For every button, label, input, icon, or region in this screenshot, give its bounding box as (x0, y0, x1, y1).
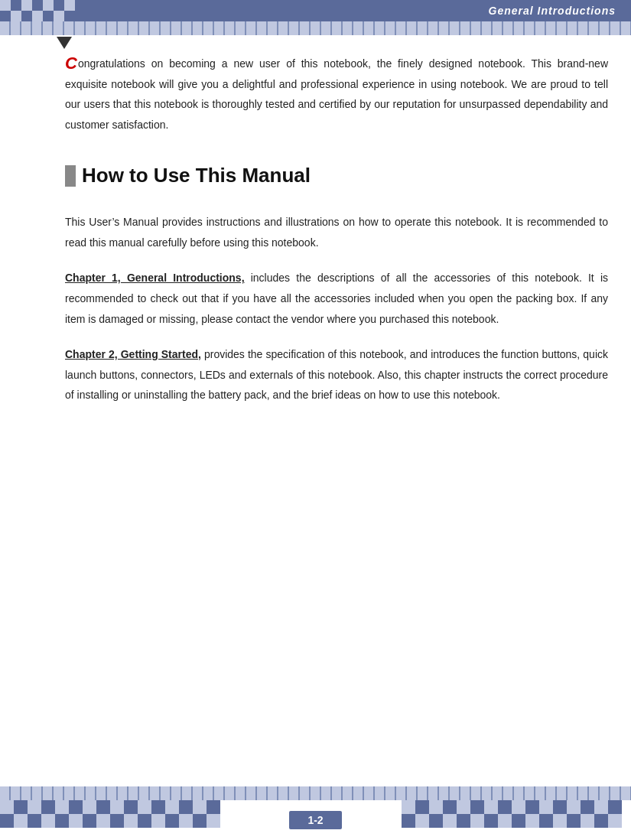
page-number: 1-2 (289, 811, 341, 829)
header-bar: General Introductions (0, 0, 631, 21)
chapter2-paragraph: Chapter 2, Getting Started, provides the… (65, 344, 608, 405)
body-intro-paragraph: This User’s Manual provides instructions… (65, 212, 608, 252)
intro-paragraph: Congratulations on becoming a new user o… (65, 54, 608, 135)
section-heading: How to Use This Manual (65, 158, 608, 194)
page-number-bar: 1-2 (0, 800, 631, 840)
drop-cap: C (65, 55, 77, 72)
chapter1-ref: Chapter 1, General Introductions, (65, 272, 245, 284)
header-title: General Introductions (489, 5, 616, 17)
chapter2-ref: Chapter 2, Getting Started, (65, 348, 201, 360)
chapter1-paragraph: Chapter 1, General Introductions, includ… (65, 268, 608, 329)
body-intro-text: This User’s Manual provides instructions… (65, 216, 608, 249)
bottom-decorative-strip (0, 786, 631, 800)
top-decorative-strip (0, 21, 631, 35)
heading-marker (65, 165, 76, 187)
section-heading-text: How to Use This Manual (82, 158, 311, 194)
main-content: Congratulations on becoming a new user o… (65, 54, 608, 779)
arrow-indicator (57, 37, 72, 49)
intro-text: ongratulations on becoming a new user of… (65, 57, 608, 131)
